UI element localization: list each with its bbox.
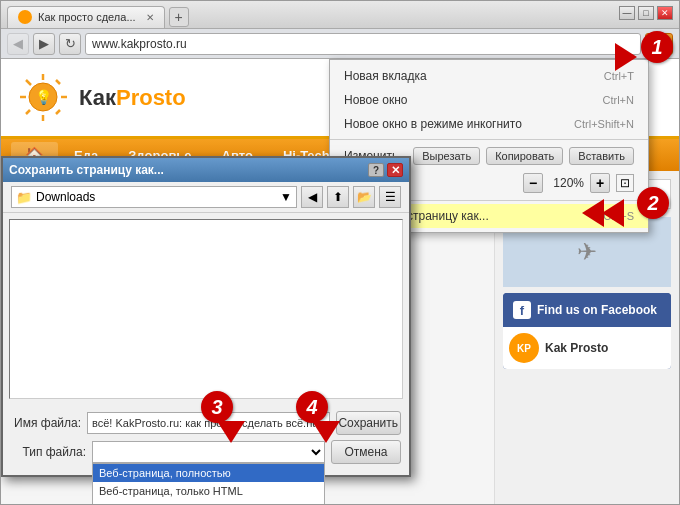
logo-area: 💡 КакProsto [16, 70, 186, 125]
zoom-minus-btn[interactable]: − [523, 173, 543, 193]
filetype-select-wrapper: Веб-страница, полностью Веб-страница, то… [92, 441, 325, 463]
dialog-titlebar: Сохранить страницу как... ? ✕ [3, 158, 409, 182]
menu-incognito[interactable]: Новое окно в режиме инкогнито Ctrl+Shift… [330, 112, 648, 136]
dialog-title: Сохранить страницу как... [9, 163, 164, 177]
dialog-back-btn[interactable]: ◀ [301, 186, 323, 208]
filetype-option-full[interactable]: Веб-страница, полностью [93, 464, 324, 482]
tab-close-btn[interactable]: ✕ [146, 12, 154, 23]
menu-new-tab[interactable]: Новая вкладка Ctrl+T [330, 64, 648, 88]
folder-dropdown[interactable]: 📁 Downloads ▼ [11, 186, 297, 208]
kp-small-logo: KP [509, 333, 539, 363]
menu-new-window[interactable]: Новое окно Ctrl+N [330, 88, 648, 112]
browser-tab[interactable]: Как просто сдела... ✕ [7, 6, 165, 28]
kp-label: Kak Prosto [545, 341, 608, 355]
dialog-toolbar: 📁 Downloads ▼ ◀ ⬆ 📂 ☰ [3, 182, 409, 213]
save-btn[interactable]: Сохранить [336, 411, 401, 435]
site-logo-svg: 💡 [16, 70, 71, 125]
facebook-content: KP Kak Prosto [503, 327, 671, 369]
folder-icon: 📁 [16, 190, 32, 205]
dialog-help-btn[interactable]: ? [368, 163, 384, 177]
filetype-label: Тип файла: [11, 445, 86, 459]
dialog-close-btn[interactable]: ✕ [387, 163, 403, 177]
chrome-menu-btn[interactable]: ☰ [645, 33, 673, 55]
close-btn[interactable]: ✕ [657, 6, 673, 20]
minimize-btn[interactable]: — [619, 6, 635, 20]
title-bar: Как просто сдела... ✕ + — □ ✕ [1, 1, 679, 29]
window-controls: — □ ✕ [619, 6, 673, 20]
tab-title: Как просто сдела... [38, 11, 136, 23]
zoom-plus-btn[interactable]: + [590, 173, 610, 193]
url-input[interactable]: www.kakprosto.ru [85, 33, 641, 55]
new-tab-button[interactable]: + [169, 7, 189, 27]
address-bar: ◀ ▶ ↻ www.kakprosto.ru ☰ [1, 29, 679, 59]
cancel-btn[interactable]: Отмена [331, 440, 401, 464]
facebook-box: f Find us on Facebook KP Kak Prosto [503, 293, 671, 369]
logo-text: КакProsto [79, 85, 186, 111]
filetype-option-html[interactable]: Веб-страница, только HTML [93, 482, 324, 500]
facebook-icon: f [513, 301, 531, 319]
maximize-btn[interactable]: □ [638, 6, 654, 20]
browser-window: Как просто сдела... ✕ + — □ ✕ ◀ ▶ ↻ www.… [0, 0, 680, 505]
dialog-controls: ? ✕ [368, 163, 403, 177]
svg-line-7 [56, 110, 60, 114]
forward-btn[interactable]: ▶ [33, 33, 55, 55]
filename-label: Имя файла: [11, 416, 81, 430]
filetype-select[interactable] [92, 441, 325, 463]
filetype-row: Тип файла: Веб-страница, полностью Веб-с… [11, 440, 401, 464]
back-btn[interactable]: ◀ [7, 33, 29, 55]
facebook-label: Find us on Facebook [537, 303, 657, 317]
dialog-view-btn[interactable]: ☰ [379, 186, 401, 208]
dialog-file-browser [9, 219, 403, 399]
save-dialog: Сохранить страницу как... ? ✕ 📁 Download… [1, 156, 411, 477]
filetype-option-full2[interactable]: Веб-страница, полностью [93, 500, 324, 505]
dialog-footer: Имя файла: всё! KakProsto.ru: как просто… [3, 405, 409, 475]
filename-row: Имя файла: всё! KakProsto.ru: как просто… [11, 411, 401, 435]
reload-btn[interactable]: ↻ [59, 33, 81, 55]
svg-line-4 [26, 80, 31, 85]
dialog-up-btn[interactable]: ⬆ [327, 186, 349, 208]
zoom-fullscreen-btn[interactable]: ⊡ [616, 174, 634, 192]
dialog-newfolder-btn[interactable]: 📂 [353, 186, 375, 208]
copy-btn[interactable]: Копировать [486, 147, 563, 165]
tab-favicon [18, 10, 32, 24]
filename-input[interactable]: всё! KakProsto.ru: как просто сделать вс… [87, 412, 330, 434]
svg-line-5 [56, 80, 60, 84]
svg-line-6 [26, 110, 30, 114]
cut-btn[interactable]: Вырезать [413, 147, 480, 165]
filetype-options: Веб-страница, полностью Веб-страница, то… [92, 463, 325, 505]
menu-divider-1 [330, 139, 648, 140]
paste-btn[interactable]: Вставить [569, 147, 634, 165]
svg-text:💡: 💡 [35, 89, 53, 106]
facebook-header: f Find us on Facebook [503, 293, 671, 327]
